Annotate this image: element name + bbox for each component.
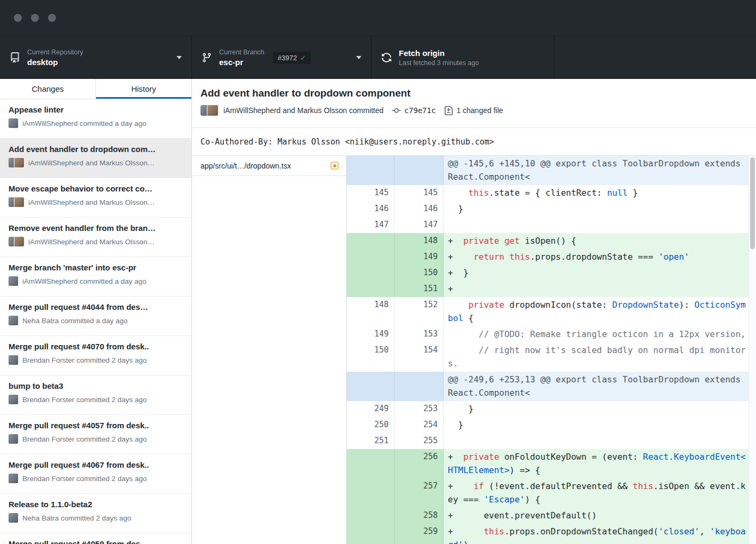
- commit-meta: Neha Batra committed 2 days ago: [9, 513, 183, 523]
- code-token: +: [448, 284, 453, 294]
- diff-line-row: 146146 }: [347, 201, 749, 217]
- fetch-origin-button[interactable]: Fetch origin Last fetched 3 minutes ago: [372, 36, 554, 79]
- avatar: [9, 474, 18, 483]
- commit-list-item[interactable]: Remove event handler from the bran…iAmWi…: [0, 218, 191, 257]
- commit-title: Merge pull request #4057 from desk..: [9, 421, 183, 430]
- diff-line-row: 251255: [347, 433, 749, 449]
- file-list-item[interactable]: app/src/ui/t…/dropdown.tsx: [192, 156, 346, 176]
- commit-title: Merge pull request #4067 from desk..: [9, 460, 183, 469]
- repository-name: desktop: [27, 58, 83, 67]
- code-token: {: [463, 313, 473, 323]
- git-branch-icon: [202, 52, 212, 63]
- old-line-number: 147: [347, 217, 395, 233]
- commit-list-item[interactable]: Merge pull request #4067 from desk..Bren…: [0, 454, 191, 494]
- code-token: +: [448, 252, 473, 262]
- author-avatars: [9, 434, 18, 444]
- main-pane: Add event handler to dropdown component …: [192, 79, 756, 544]
- author-avatars: [9, 197, 24, 207]
- commit-list-item[interactable]: Merge pull request #4059 from des…: [0, 533, 191, 544]
- code-token: // right now it's scaled badly on normal…: [448, 345, 746, 369]
- git-commit-icon: [392, 106, 401, 115]
- diff-line-row: 150+ }: [347, 265, 749, 281]
- commit-meta-text: Brendan Forster committed 2 days ago: [22, 435, 147, 443]
- content: Changes History Appease linteriAmWillShe…: [0, 79, 756, 544]
- commit-list-item[interactable]: bump to beta3Brendan Forster committed 2…: [0, 375, 191, 415]
- commit-list-item[interactable]: Merge branch 'master' into esc-priAmWill…: [0, 257, 191, 297]
- close-button[interactable]: [14, 14, 22, 22]
- commit-description: Co-Authored-By: Markus Olsson <niik@user…: [192, 128, 756, 156]
- commit-list-item[interactable]: Appease linteriAmWillShepherd committed …: [0, 99, 191, 139]
- code-line: }: [444, 417, 749, 433]
- code-token: +: [448, 526, 484, 537]
- author-avatars: [9, 474, 18, 483]
- diff-line-row: 151+: [347, 281, 749, 297]
- branch-selector[interactable]: Current Branch esc-pr #3972 ✓: [192, 36, 372, 79]
- code-token: get: [504, 236, 520, 246]
- avatar: [9, 118, 18, 128]
- code-token: (!event.defaultPrevented &&: [484, 481, 632, 491]
- commit-list-item[interactable]: Merge pull request #4070 from desk..Bren…: [0, 336, 191, 375]
- code-line: @@ -249,6 +253,13 @@ export class Toolba…: [444, 372, 749, 401]
- commit-meta: Neha Batra committed a day ago: [9, 316, 183, 325]
- code-token: }: [628, 188, 638, 198]
- commit-meta-text: iAmWillShepherd and Markus Olsson…: [28, 198, 155, 206]
- code-line: [444, 217, 749, 233]
- minimize-button[interactable]: [31, 14, 39, 22]
- code-token: if: [473, 481, 484, 491]
- commit-list-item[interactable]: Add event handler to dropdown com…iAmWil…: [0, 139, 191, 178]
- code-line: + this.props.onDropdownStateChanged('clo…: [444, 524, 749, 544]
- diff-hunk-row: @@ -249,6 +253,13 @@ export class Toolba…: [347, 372, 749, 401]
- commit-list-item[interactable]: Release to 1.1.0-beta2Neha Batra committ…: [0, 494, 191, 533]
- code-token: ): [463, 540, 469, 544]
- code-token: .props.onDropdownStateChanged(: [504, 526, 658, 537]
- commit-list-item[interactable]: Merge pull request #4057 from desk..Bren…: [0, 415, 191, 454]
- zoom-button[interactable]: [48, 14, 56, 22]
- old-line-number: 251: [347, 433, 395, 449]
- code-token: private: [463, 236, 499, 246]
- tab-changes[interactable]: Changes: [0, 79, 95, 99]
- diff-line-row: 148152 private dropdownIcon(state: Dropd…: [347, 297, 749, 326]
- file-diff-icon: [444, 106, 453, 115]
- new-line-number: 259: [395, 524, 444, 544]
- diff-hunk-row: @@ -145,6 +145,10 @@ export class Toolba…: [347, 156, 749, 185]
- commit-meta: iAmWillShepherd and Markus Olsson…: [9, 158, 183, 167]
- code-token: ,: [699, 526, 710, 537]
- code-line: [444, 433, 749, 449]
- old-line-number: 150: [347, 342, 395, 372]
- code-token: this: [469, 188, 489, 198]
- code-line: + event.preventDefault(): [444, 508, 749, 524]
- code-token: }: [448, 420, 463, 430]
- commit-title: Merge branch 'master' into esc-pr: [9, 263, 183, 272]
- code-token: @@ -145,6 +145,10 @@ export class Toolba…: [448, 158, 746, 182]
- author-avatars: [9, 395, 18, 404]
- author-avatars: [9, 355, 18, 365]
- code-line: + return this.props.dropdownState === 'o…: [444, 249, 749, 265]
- repository-selector[interactable]: Current Repository desktop: [0, 36, 192, 79]
- commit-title: Appease linter: [9, 105, 183, 114]
- scrollbar-thumb[interactable]: [750, 157, 755, 249]
- old-line-number: [347, 281, 395, 297]
- new-line-number: [395, 156, 444, 185]
- code-token: [448, 300, 469, 310]
- avatar: [14, 237, 24, 246]
- commit-meta: Brendan Forster committed 2 days ago: [9, 434, 183, 444]
- old-line-number: 148: [347, 297, 395, 326]
- repo-icon: [10, 52, 20, 63]
- commit-list-item[interactable]: Move escape behavior to correct co…iAmWi…: [0, 178, 191, 218]
- old-line-number: [347, 508, 395, 524]
- tab-history[interactable]: History: [95, 79, 191, 99]
- commit-list-item[interactable]: Merge pull request #4044 from des…Neha B…: [0, 297, 191, 336]
- pr-status-check-icon: ✓: [300, 54, 306, 62]
- old-line-number: [347, 233, 395, 249]
- diff-line-row: 148+ private get isOpen() {: [347, 233, 749, 249]
- sidebar: Changes History Appease linteriAmWillShe…: [0, 79, 192, 544]
- new-line-number: 150: [395, 265, 444, 281]
- code-line: this.state = { clientRect: null }: [444, 185, 749, 201]
- commit-list: Appease linteriAmWillShepherd committed …: [0, 99, 191, 544]
- new-line-number: 149: [395, 249, 444, 265]
- code-token: ) {: [525, 494, 541, 505]
- commit-summary: Add event handler to dropdown component: [200, 87, 747, 99]
- code-token: this: [633, 481, 654, 491]
- old-line-number: 250: [347, 417, 395, 433]
- code-token: [504, 252, 510, 262]
